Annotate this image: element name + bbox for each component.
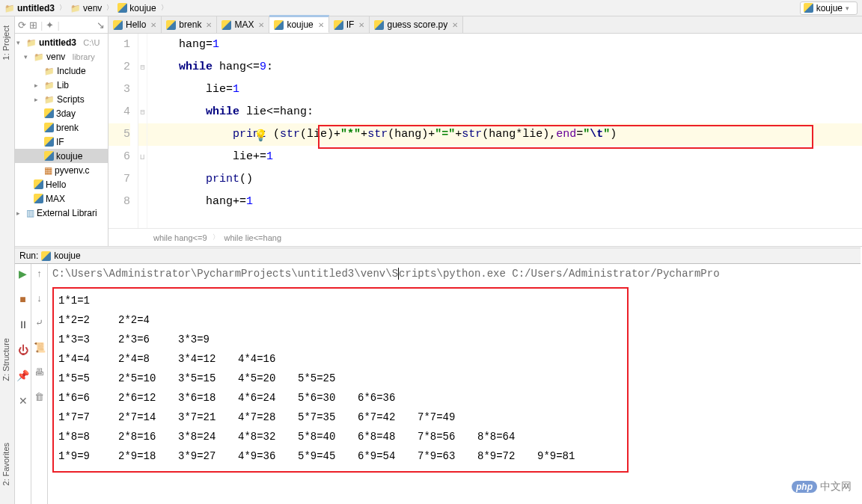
annotation-box [318, 125, 813, 149]
python-file-icon [274, 20, 284, 30]
crumb-while2[interactable]: while lie<=hang [224, 233, 281, 242]
python-file-icon [34, 179, 43, 189]
run-output-gutter: ↑ ↓ ⤶ 📜 🖶 🗑 [31, 263, 48, 504]
python-file-icon [804, 3, 813, 13]
line-gutter: 12345678 [108, 34, 138, 228]
lightbulb-icon[interactable]: 💡 [254, 129, 268, 143]
run-configuration-selector[interactable]: koujue ▾ [800, 1, 858, 15]
chevron-right-icon: 〉 [161, 3, 168, 13]
table-row: 1*1=1 [58, 295, 623, 314]
python-file-icon [221, 20, 231, 30]
table-row: 1*9=92*9=183*9=274*9=365*9=456*9=547*9=6… [58, 450, 623, 470]
crumb-project[interactable]: untitled3 [4, 3, 55, 13]
library-icon: ▥ [26, 208, 34, 218]
editor[interactable]: 12345678 ⊟⊟⊔ hang=1 while hang<=9: lie=1… [108, 34, 862, 228]
close-icon[interactable]: ✕ [19, 395, 28, 407]
nav-bar: untitled3 〉 venv 〉 koujue 〉 koujue ▾ [0, 0, 862, 16]
stop-icon[interactable]: ■ [19, 293, 25, 305]
crumb-file[interactable]: koujue [117, 3, 156, 13]
down-icon[interactable]: ↓ [37, 292, 42, 304]
folder-icon [44, 94, 55, 105]
code-breadcrumb: while hang<=9 〉 while lie<=hang [108, 228, 862, 246]
exit-icon[interactable]: ⏻ [18, 344, 28, 356]
python-file-icon [41, 251, 51, 261]
folder-icon [44, 80, 55, 90]
favorites-tool-button[interactable]: 2: Favorites [1, 443, 10, 485]
wrap-icon[interactable]: ⤶ [35, 317, 43, 328]
run-icon[interactable]: ▶ [19, 268, 27, 280]
pin-icon[interactable]: 📌 [16, 369, 29, 381]
chevron-right-icon: 〉 [106, 3, 113, 13]
close-icon[interactable]: ✕ [258, 21, 264, 29]
folder-icon [44, 66, 55, 76]
up-icon[interactable]: ↑ [37, 268, 42, 279]
chevron-right-icon: 〉 [59, 3, 66, 13]
close-icon[interactable]: ✕ [150, 21, 156, 29]
settings-icon[interactable]: ✦ [46, 19, 54, 31]
folder-icon [4, 3, 15, 13]
fold-gutter[interactable]: ⊟⊟⊔ [138, 34, 147, 228]
scroll-icon[interactable]: 📜 [34, 342, 46, 353]
php-logo-icon: php [792, 481, 817, 493]
project-tool-button[interactable]: 1: Project [1, 25, 10, 60]
folder-icon [70, 3, 81, 13]
collapse-icon[interactable]: ⊞ [29, 19, 37, 31]
project-tree[interactable]: ▾untitled3 C:\U ▾venv library Include ▸L… [15, 34, 108, 221]
tab-bar: Hello✕ brenk✕ MAX✕ koujue✕ IF✕ guess sco… [108, 16, 862, 34]
python-file-icon [44, 123, 54, 132]
folder-icon [34, 52, 44, 62]
run-label: Run: [19, 251, 38, 261]
tab-if[interactable]: IF✕ [329, 16, 370, 33]
table-row: 1*7=72*7=143*7=214*7=285*7=356*7=427*7=4… [58, 411, 623, 431]
tab-brenk[interactable]: brenk✕ [162, 16, 217, 33]
python-file-icon [117, 3, 127, 13]
trash-icon[interactable]: 🗑 [34, 391, 44, 402]
python-file-icon [166, 20, 176, 30]
tab-guess[interactable]: guess score.py✕ [370, 16, 463, 33]
watermark: php 中文网 [792, 480, 852, 494]
crumb-venv[interactable]: venv [70, 3, 102, 13]
sync-icon[interactable]: ⟳ [18, 19, 26, 31]
multiplication-table-output: 1*1=1 1*2=22*2=4 1*3=32*3=63*3=9 1*4=42*… [52, 287, 629, 473]
close-icon[interactable]: ✕ [452, 21, 458, 29]
python-file-icon [44, 108, 54, 118]
console[interactable]: C:\Users\Administrator\PycharmProjects\u… [48, 263, 862, 504]
python-file-icon [113, 20, 123, 30]
tab-max[interactable]: MAX✕ [217, 16, 269, 33]
python-file-icon [44, 137, 54, 147]
python-file-icon [34, 194, 43, 203]
config-file-icon: ▦ [44, 165, 52, 176]
run-header: Run: koujue [15, 248, 861, 264]
close-icon[interactable]: ✕ [358, 21, 364, 29]
table-row: 1*2=22*2=4 [58, 314, 623, 334]
divider: | [40, 19, 43, 31]
divider: | [57, 19, 59, 31]
command-line: C:\Users\Administrator\PycharmProjects\u… [52, 268, 858, 280]
table-row: 1*8=82*8=163*8=244*8=325*8=406*8=487*8=5… [58, 431, 623, 450]
hide-icon[interactable]: ↘ [97, 19, 105, 31]
pause-icon[interactable]: ⏸ [18, 319, 28, 331]
run-action-gutter: ▶ ■ ⏸ ⏻ 📌 ✕ [15, 263, 31, 504]
folder-icon [26, 37, 37, 48]
python-file-icon [334, 20, 343, 30]
project-panel: ⟳ ⊞ | ✦ | ↘ ▾untitled3 C:\U ▾venv librar… [15, 16, 108, 246]
crumb-while1[interactable]: while hang<=9 [153, 233, 207, 242]
table-row: 1*5=52*5=103*5=154*5=205*5=25 [58, 372, 623, 392]
python-file-icon [44, 151, 54, 161]
python-file-icon [374, 20, 384, 30]
print-icon[interactable]: 🖶 [34, 366, 44, 378]
tool-window-rail: 1: Project Z: Structure 2: Favorites [0, 16, 15, 504]
project-toolbar: ⟳ ⊞ | ✦ | ↘ [15, 16, 108, 34]
tab-koujue[interactable]: koujue✕ [269, 15, 328, 33]
table-row: 1*3=32*3=63*3=9 [58, 334, 623, 353]
run-target: koujue [54, 251, 80, 261]
close-icon[interactable]: ✕ [318, 21, 324, 29]
tree-item-selected[interactable]: koujue [15, 149, 108, 163]
close-icon[interactable]: ✕ [206, 21, 212, 29]
editor-area: Hello✕ brenk✕ MAX✕ koujue✕ IF✕ guess sco… [108, 16, 862, 246]
structure-tool-button[interactable]: Z: Structure [1, 338, 10, 381]
table-row: 1*4=42*4=83*4=124*4=16 [58, 353, 623, 372]
table-row: 1*6=62*6=123*6=184*6=245*6=306*6=36 [58, 392, 623, 411]
tab-hello[interactable]: Hello✕ [108, 16, 162, 33]
